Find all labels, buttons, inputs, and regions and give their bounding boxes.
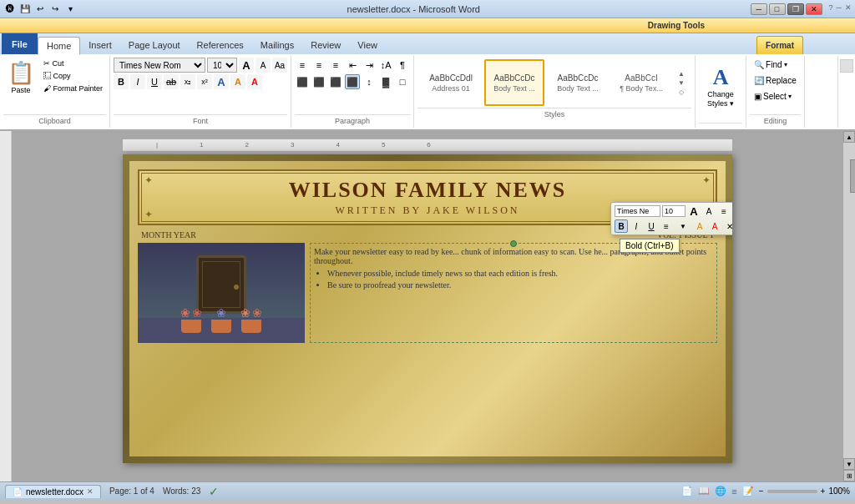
find-button[interactable]: 🔍 Find ▾: [750, 58, 801, 72]
scroll-thumb[interactable]: [850, 159, 855, 193]
show-marks-button[interactable]: ¶: [395, 58, 410, 73]
mini-toolbar-grow-button[interactable]: A: [687, 204, 701, 218]
style-item-bodytext3[interactable]: AaBbCcI ¶ Body Tex...: [611, 59, 671, 106]
styles-scroll-down[interactable]: ▼: [678, 79, 685, 87]
scroll-down-button[interactable]: ▼: [843, 458, 855, 470]
font-size-select[interactable]: 10: [207, 58, 237, 73]
restore-button[interactable]: ❐: [787, 3, 804, 15]
print-layout-button[interactable]: 📄: [681, 486, 693, 496]
numbering-button[interactable]: ≡: [311, 58, 326, 73]
highlight-button[interactable]: A: [230, 74, 245, 89]
text-effects-button[interactable]: A: [214, 74, 229, 89]
borders-button[interactable]: □: [395, 74, 410, 89]
outline-button[interactable]: ≡: [731, 486, 736, 496]
mini-toolbar-highlight-button[interactable]: A: [693, 219, 706, 233]
newsletter-text-area[interactable]: Make your newsletter easy to read by kee…: [310, 243, 717, 343]
undo-icon[interactable]: ↩: [33, 3, 47, 15]
newsletter-bullet-list: Whenever possible, include timely news s…: [314, 269, 713, 290]
mini-toolbar-indent-button[interactable]: ≡: [717, 204, 731, 218]
mini-toolbar-eraser-button[interactable]: ✕: [723, 219, 732, 233]
mini-toolbar-fontcolor-button[interactable]: A: [708, 219, 721, 233]
strikethrough-button[interactable]: ab: [164, 74, 179, 89]
justify-button[interactable]: ⬛: [345, 74, 360, 89]
style-item-address01[interactable]: AaBbCcDdl Address 01: [421, 59, 481, 106]
tab-insert[interactable]: Insert: [80, 36, 120, 54]
ribbon-group-font: Times New Rom 10 A A Aa B I U ab x₂ x²: [110, 56, 291, 128]
mini-toolbar-underline-button[interactable]: U: [645, 219, 658, 233]
styles-scroll-up[interactable]: ▲: [678, 70, 685, 78]
zoom-minus-button[interactable]: −: [759, 486, 764, 496]
close-button[interactable]: ✕: [806, 3, 822, 15]
center-button[interactable]: ⬛: [311, 74, 326, 89]
styles-expand[interactable]: ◇: [679, 88, 684, 96]
mini-toolbar-top-row: A A ≡ ≡: [615, 204, 732, 218]
decrease-indent-button[interactable]: ⇤: [345, 58, 360, 73]
align-right-button[interactable]: ⬛: [328, 74, 343, 89]
copy-button[interactable]: ⿺ Copy: [40, 70, 106, 82]
paste-button[interactable]: 📋 Paste: [3, 58, 38, 97]
change-styles-group-label: [699, 123, 742, 126]
italic-button[interactable]: I: [130, 74, 145, 89]
zoom-plus-button[interactable]: +: [821, 486, 826, 496]
mini-toolbar-center-button[interactable]: ≡: [660, 219, 673, 233]
shading-button[interactable]: ▓: [378, 74, 393, 89]
scroll-options-button[interactable]: ⊞: [843, 470, 855, 481]
document-tab-close[interactable]: ✕: [87, 487, 94, 496]
proofing-icon[interactable]: ✓: [209, 485, 219, 498]
minimize-button[interactable]: ─: [751, 3, 767, 15]
tab-view[interactable]: View: [349, 36, 386, 54]
shrink-font-button[interactable]: A: [255, 58, 271, 73]
right-scrollbar[interactable]: ▲ ▼ ⊞: [843, 131, 855, 481]
bold-button[interactable]: B: [114, 74, 129, 89]
mini-toolbar-shrink-button[interactable]: A: [702, 204, 716, 218]
tab-review[interactable]: Review: [302, 36, 349, 54]
cut-button[interactable]: ✂ Cut: [40, 58, 106, 69]
replace-button[interactable]: 🔄 Replace: [750, 73, 801, 88]
clear-formatting-button[interactable]: Aa: [272, 58, 287, 73]
title-bar-left: 🅦 💾 ↩ ↪ ▾: [3, 3, 77, 15]
customize-icon[interactable]: ▾: [63, 3, 77, 15]
tab-mailings[interactable]: Mailings: [252, 36, 302, 54]
draft-button[interactable]: 📝: [742, 486, 754, 496]
tab-file[interactable]: File: [2, 33, 38, 54]
select-button[interactable]: ▣ Select ▾: [750, 89, 801, 103]
tab-pagelayout[interactable]: Page Layout: [120, 36, 189, 54]
document-tab[interactable]: 📄 newsletter.docx ✕: [5, 485, 101, 498]
align-left-button[interactable]: ⬛: [295, 74, 310, 89]
multilevel-button[interactable]: ≡: [328, 58, 343, 73]
help-ribbon-button[interactable]: [840, 59, 853, 73]
redo-icon[interactable]: ↪: [48, 3, 62, 15]
save-icon[interactable]: 💾: [18, 3, 32, 15]
maximize-button[interactable]: □: [769, 3, 786, 15]
change-styles-button[interactable]: A ChangeStyles ▾: [699, 58, 742, 116]
document-area[interactable]: | 1 2 3 4 5 6 ✦ ✦ ✦ ✦ WILSON FAMI: [12, 131, 843, 481]
style-item-bodytext[interactable]: AaBbCcDc Body Text ...: [484, 59, 544, 106]
mini-toolbar-bold-button[interactable]: B: [615, 219, 628, 233]
options-icon[interactable]: ─: [837, 3, 842, 15]
font-name-select[interactable]: Times New Rom: [114, 58, 205, 73]
mini-toolbar-styles-dropdown[interactable]: ▼: [675, 219, 691, 233]
close-word-icon[interactable]: ✕: [845, 3, 852, 15]
mini-toolbar-font-input[interactable]: [615, 205, 660, 217]
mini-toolbar-italic-button[interactable]: I: [630, 219, 643, 233]
format-painter-button[interactable]: 🖌 Format Painter: [40, 83, 106, 94]
font-color-button[interactable]: A: [247, 74, 262, 89]
full-reading-button[interactable]: 📖: [698, 486, 710, 496]
grow-font-button[interactable]: A: [239, 58, 254, 73]
increase-indent-button[interactable]: ⇥: [362, 58, 377, 73]
subscript-button[interactable]: x₂: [180, 74, 195, 89]
line-spacing-button[interactable]: ↕: [362, 74, 377, 89]
help-icon[interactable]: ?: [829, 3, 833, 15]
tab-format[interactable]: Format: [756, 36, 803, 54]
superscript-button[interactable]: x²: [197, 74, 212, 89]
zoom-slider[interactable]: [767, 490, 817, 493]
tab-references[interactable]: References: [189, 36, 252, 54]
sort-button[interactable]: ↕A: [378, 58, 393, 73]
mini-toolbar-size-input[interactable]: [662, 205, 686, 217]
web-layout-button[interactable]: 🌐: [715, 486, 726, 496]
tab-home[interactable]: Home: [38, 37, 80, 55]
scroll-up-button[interactable]: ▲: [843, 131, 855, 143]
style-item-bodytext2[interactable]: AaBbCcDc Body Text ...: [548, 59, 608, 106]
underline-button[interactable]: U: [147, 74, 162, 89]
bullets-button[interactable]: ≡: [295, 58, 310, 73]
